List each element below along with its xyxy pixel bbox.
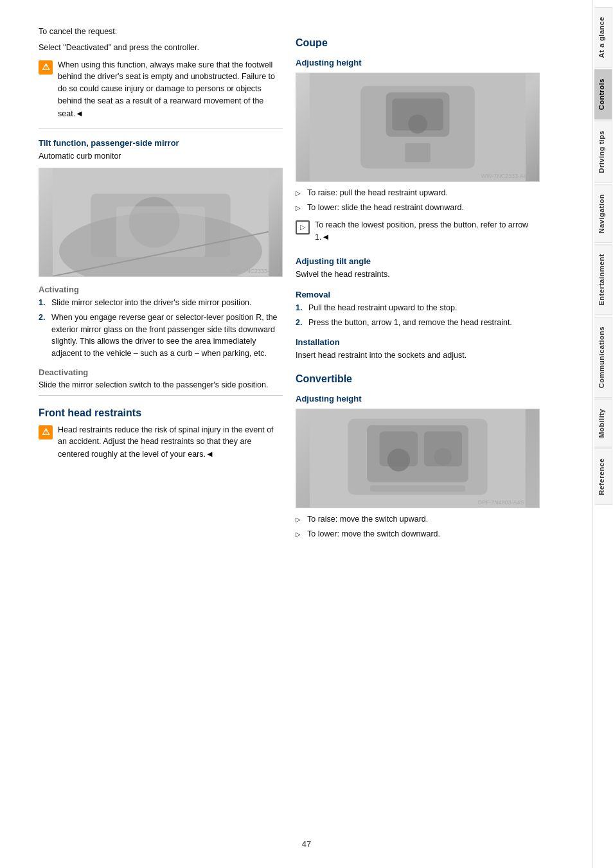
activating-step-1: 1. Slide mirror selector into the driver… (39, 297, 283, 309)
sidebar-tab-reference[interactable]: Reference (594, 448, 612, 505)
coupe-headrest-image: WW-7NC2333-A4S (296, 73, 540, 182)
deactivating-text: Slide the mirror selection switch to the… (39, 379, 283, 391)
removal-step-2: 2. Press the button, arrow 1, and remove… (296, 317, 540, 329)
page-number: 47 (302, 839, 311, 849)
convertible-bullet-lower: To lower: move the switch downward. (296, 528, 540, 540)
coupe-bullet-raise: To raise: pull the head restraint upward… (296, 187, 540, 199)
coupe-adjusting-height-heading: Adjusting height (296, 58, 540, 67)
page-container: To cancel the request: Select "Deactivat… (0, 0, 613, 868)
activating-step-2: 2. When you engage reverse gear or selec… (39, 312, 283, 360)
coupe-bullet-list: To raise: pull the head restraint upward… (296, 187, 540, 214)
coupe-note-text: To reach the lowest position, press the … (315, 219, 540, 244)
svg-text:WW-7NC2333-AAS: WW-7NC2333-AAS (231, 268, 281, 274)
activating-steps-list: 1. Slide mirror selector into the driver… (39, 297, 283, 360)
sidebar-tab-navigation[interactable]: Navigation (594, 184, 612, 243)
svg-point-19 (387, 448, 411, 472)
front-head-restraints-heading: Front head restraints (39, 407, 283, 419)
removal-heading: Removal (296, 290, 540, 299)
activating-heading: Activating (39, 285, 283, 294)
convertible-heading: Convertible (296, 373, 540, 385)
left-column: To cancel the request: Select "Deactivat… (39, 26, 283, 842)
cancel-request-instruction: Select "Deactivated" and press the contr… (39, 42, 283, 54)
front-head-restraints-warning: Head restraints reduce the risk of spina… (58, 424, 283, 461)
note-icon: ▷ (296, 220, 310, 235)
sidebar: At a glance Controls Driving tips Naviga… (592, 0, 613, 868)
svg-rect-21 (370, 485, 465, 492)
sidebar-tab-at-a-glance[interactable]: At a glance (594, 7, 612, 67)
sidebar-tab-controls[interactable]: Controls (594, 69, 612, 120)
svg-text:DPF-7N4803-A4S: DPF-7N4803-A4S (478, 499, 524, 506)
removal-step-1: 1. Pull the head restraint upward to the… (296, 302, 540, 314)
warning-icon-2: ⚠ (39, 425, 53, 439)
convertible-adjusting-height-heading: Adjusting height (296, 394, 540, 403)
mirror-image-graphic: WW-7NC2333-AAS (39, 168, 282, 276)
warning-box-head-restraints: ⚠ Head restraints reduce the risk of spi… (39, 424, 283, 465)
sidebar-tab-entertainment[interactable]: Entertainment (594, 244, 612, 315)
coupe-note-box: ▷ To reach the lowest position, press th… (296, 219, 540, 248)
sidebar-tab-communications[interactable]: Communications (594, 317, 612, 398)
convertible-bullet-raise: To raise: move the switch upward. (296, 513, 540, 526)
svg-rect-11 (405, 143, 431, 163)
coupe-headrest-graphic: WW-7NC2333-A4S (296, 73, 539, 181)
svg-point-12 (408, 114, 427, 134)
coupe-heading: Coupe (296, 37, 540, 49)
installation-heading: Installation (296, 337, 540, 347)
back-arrow-coupe-note: ◄ (321, 232, 330, 242)
adjusting-tilt-heading: Adjusting tilt angle (296, 256, 540, 266)
divider-2 (39, 395, 283, 396)
sidebar-tab-driving-tips[interactable]: Driving tips (594, 121, 612, 183)
warning-text: When using this function, always make su… (58, 59, 283, 120)
svg-rect-4 (116, 206, 205, 257)
back-arrow-head-restraints: ◄ (206, 449, 214, 459)
back-arrow-warning: ◄ (75, 109, 84, 118)
adjusting-tilt-text: Swivel the head restraints. (296, 269, 540, 281)
tilt-subheading-text: Automatic curb monitor (39, 150, 283, 163)
convertible-bullet-list: To raise: move the switch upward. To low… (296, 513, 540, 540)
svg-point-20 (434, 448, 452, 466)
main-content: To cancel the request: Select "Deactivat… (0, 0, 592, 868)
divider-1 (39, 128, 283, 129)
cancel-request-label: To cancel the request: (39, 26, 283, 38)
warning-box-footwell: ⚠ When using this function, always make … (39, 59, 283, 124)
deactivating-heading: Deactivating (39, 368, 283, 377)
convertible-headrest-graphic: DPF-7N4803-A4S (296, 409, 539, 508)
removal-steps-list: 1. Pull the head restraint upward to the… (296, 302, 540, 329)
tilt-section-heading: Tilt function, passenger-side mirror (39, 138, 283, 148)
convertible-headrest-image: DPF-7N4803-A4S (296, 409, 540, 508)
mirror-image: WW-7NC2333-AAS (39, 168, 283, 277)
sidebar-tab-mobility[interactable]: Mobility (594, 399, 612, 448)
warning-icon: ⚠ (39, 60, 53, 75)
right-column: Coupe Adjusting height WW-7NC2333-A4S (296, 26, 540, 842)
installation-text: Insert head restraint into the sockets a… (296, 350, 540, 362)
svg-text:WW-7NC2333-A4S: WW-7NC2333-A4S (481, 173, 531, 179)
coupe-bullet-lower: To lower: slide the head restraint downw… (296, 202, 540, 214)
